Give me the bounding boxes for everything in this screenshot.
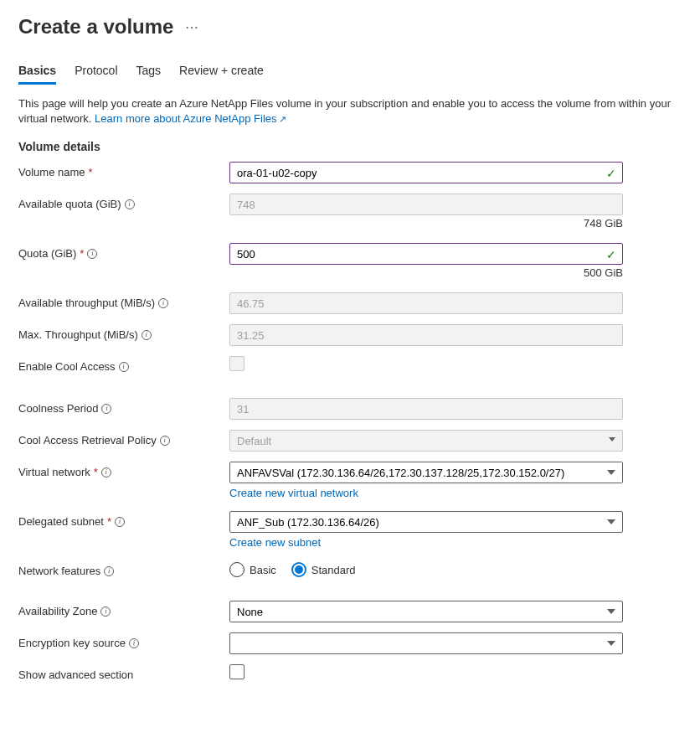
label-volume-name: Volume name: [18, 166, 85, 178]
required-icon: *: [89, 166, 93, 178]
volume-name-input[interactable]: [229, 162, 623, 183]
radio-label-standard: Standard: [311, 564, 356, 576]
required-icon: *: [80, 247, 84, 260]
info-icon[interactable]: i: [101, 404, 111, 414]
encryption-key-source-select[interactable]: [229, 632, 623, 654]
label-available-quota: Available quota (GiB): [18, 198, 121, 210]
required-icon: *: [107, 515, 111, 528]
enable-cool-access-checkbox: [229, 356, 244, 371]
chevron-down-icon: [607, 470, 615, 475]
info-icon[interactable]: i: [104, 566, 114, 576]
show-advanced-checkbox[interactable]: [229, 664, 244, 679]
network-features-standard-radio[interactable]: Standard: [291, 562, 356, 577]
label-enable-cool-access: Enable Cool Access: [18, 360, 116, 373]
delegated-subnet-select[interactable]: [229, 511, 623, 533]
coolness-period-input: [229, 398, 623, 420]
info-icon[interactable]: i: [100, 607, 111, 617]
info-icon[interactable]: i: [160, 436, 170, 446]
create-vnet-link[interactable]: Create new virtual network: [229, 487, 358, 499]
label-max-throughput: Max. Throughput (MiB/s): [18, 328, 138, 341]
radio-icon: [229, 562, 244, 577]
radio-label-basic: Basic: [250, 564, 276, 576]
required-icon: *: [94, 466, 98, 478]
label-available-throughput: Available throughput (MiB/s): [18, 297, 155, 309]
label-encryption-key-source: Encryption key source: [18, 637, 126, 649]
radio-icon: [291, 562, 306, 577]
label-coolness-period: Coolness Period: [18, 402, 98, 415]
info-icon[interactable]: i: [129, 638, 139, 648]
cool-access-retrieval-select: [229, 430, 623, 452]
info-icon[interactable]: i: [115, 517, 125, 527]
label-availability-zone: Availability Zone: [18, 605, 97, 617]
chevron-down-icon: [607, 641, 615, 646]
virtual-network-select[interactable]: [229, 462, 623, 483]
available-quota-input: [229, 194, 623, 215]
section-volume-details: Volume details: [18, 140, 682, 153]
encryption-key-source-value: [229, 632, 623, 654]
availability-zone-value: [229, 601, 623, 622]
available-quota-hint: 748 GiB: [229, 217, 623, 230]
quota-hint: 500 GiB: [229, 266, 623, 279]
tab-basics[interactable]: Basics: [18, 59, 56, 85]
info-icon[interactable]: i: [158, 298, 168, 308]
label-network-features: Network features: [18, 565, 100, 577]
label-virtual-network: Virtual network: [18, 466, 90, 478]
learn-more-link[interactable]: Learn more about Azure NetApp Files: [95, 112, 277, 125]
info-icon[interactable]: i: [101, 467, 111, 477]
label-show-advanced: Show advanced section: [18, 668, 133, 681]
info-icon[interactable]: i: [125, 199, 135, 209]
tab-protocol[interactable]: Protocol: [75, 59, 117, 85]
chevron-down-icon: [607, 519, 615, 524]
max-throughput-input: [229, 324, 623, 346]
chevron-down-icon: [607, 609, 615, 614]
delegated-subnet-value: [229, 511, 623, 533]
quota-input[interactable]: [229, 243, 623, 265]
tab-tags[interactable]: Tags: [136, 59, 162, 85]
page-title: Create a volume: [18, 15, 173, 39]
tabs: Basics Protocol Tags Review + create: [18, 59, 682, 85]
info-icon[interactable]: i: [87, 249, 97, 259]
intro-text: This page will help you create an Azure …: [18, 96, 682, 126]
create-subnet-link[interactable]: Create new subnet: [229, 536, 321, 549]
tab-review-create[interactable]: Review + create: [179, 59, 264, 85]
info-icon[interactable]: i: [142, 330, 152, 340]
label-quota: Quota (GiB): [18, 247, 76, 260]
available-throughput-input: [229, 292, 623, 314]
network-features-basic-radio[interactable]: Basic: [229, 562, 276, 577]
label-delegated-subnet: Delegated subnet: [18, 515, 104, 528]
more-icon[interactable]: ⋯: [185, 19, 199, 35]
availability-zone-select[interactable]: [229, 601, 623, 622]
virtual-network-value: [229, 462, 623, 483]
label-cool-access-retrieval: Cool Access Retrieval Policy: [18, 434, 157, 447]
external-link-icon: ↗: [279, 114, 286, 124]
info-icon[interactable]: i: [119, 362, 129, 372]
